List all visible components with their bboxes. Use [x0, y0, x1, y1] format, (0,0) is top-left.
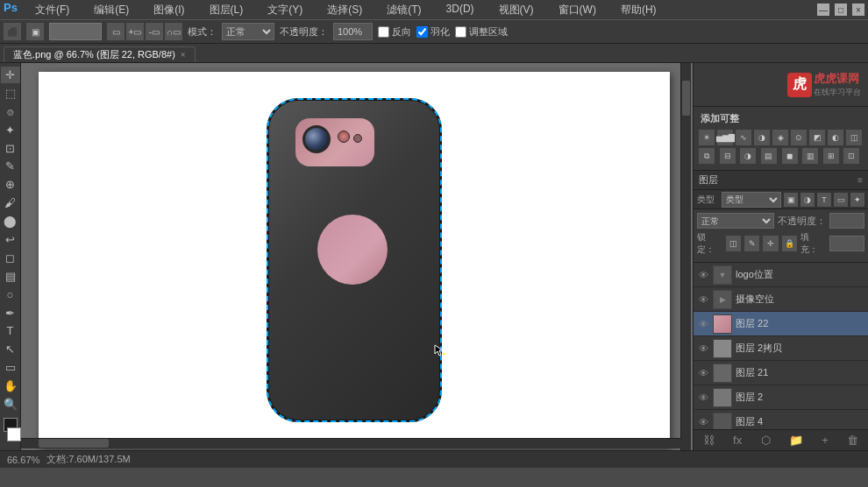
- brightness-adj[interactable]: ☀: [699, 130, 715, 145]
- new-layer-btn[interactable]: +: [822, 434, 829, 447]
- stamp-tool[interactable]: ⬤: [1, 213, 20, 229]
- menu-file[interactable]: 文件(F): [28, 1, 76, 19]
- minimize-button[interactable]: —: [817, 4, 829, 16]
- gradient-tool[interactable]: ▤: [1, 268, 20, 285]
- threshold-adj[interactable]: ◼: [782, 148, 798, 164]
- lock-all-icon[interactable]: 🔒: [782, 236, 797, 251]
- fill-ctrl-input[interactable]: 100%: [829, 236, 864, 251]
- channel-mixer-adj[interactable]: ⧉: [699, 148, 715, 164]
- maximize-button[interactable]: □: [835, 4, 847, 16]
- menu-text[interactable]: 文字(Y): [260, 1, 309, 19]
- fill-checkbox[interactable]: [455, 26, 466, 38]
- doc-tab-active[interactable]: 蓝色.png @ 66.7% (图层 22, RGB/8#) ×: [4, 46, 196, 62]
- hand-tool[interactable]: ✋: [1, 378, 20, 394]
- layer-item-4[interactable]: 👁 图层 4: [694, 410, 868, 429]
- layer-item-21[interactable]: 👁 图层 21: [694, 361, 868, 385]
- posterize-adj[interactable]: ▤: [761, 148, 777, 164]
- sub-option[interactable]: -▭: [146, 23, 163, 40]
- h-scrollbar-thumb[interactable]: [39, 439, 109, 448]
- opacity-ctrl-input[interactable]: 100%: [829, 213, 864, 229]
- lasso-tool[interactable]: ⌾: [1, 103, 20, 120]
- invert-adj[interactable]: ◑: [740, 148, 756, 164]
- layer-item-camera[interactable]: 👁 ▶ 摄像空位: [694, 287, 868, 312]
- lock-transparent-icon[interactable]: ◫: [726, 236, 741, 251]
- vertical-scrollbar[interactable]: [680, 63, 691, 450]
- opacity-input[interactable]: [333, 23, 373, 40]
- background-color[interactable]: [7, 427, 21, 441]
- lock-pixel-icon[interactable]: ✎: [744, 236, 759, 251]
- path-select-tool[interactable]: ↖: [1, 341, 20, 357]
- healing-tool[interactable]: ⊕: [1, 176, 20, 193]
- layer-item-logo[interactable]: 👁 ▼ logo位置: [694, 263, 868, 287]
- layer-eye-21[interactable]: 👁: [697, 368, 709, 378]
- filter-smart-icon[interactable]: ✦: [850, 193, 864, 207]
- horizontal-scrollbar[interactable]: [21, 438, 682, 448]
- hue-adj[interactable]: ⊙: [791, 130, 807, 145]
- exposure-adj[interactable]: ◑: [754, 130, 770, 145]
- add-style-btn[interactable]: fx: [733, 434, 742, 447]
- brush-tool[interactable]: 🖌: [1, 194, 20, 211]
- menu-select[interactable]: 选择(S): [320, 1, 369, 19]
- menu-image[interactable]: 图像(I): [146, 1, 191, 19]
- lock-position-icon[interactable]: ✛: [763, 236, 778, 251]
- crop-tool[interactable]: ⊡: [1, 140, 20, 157]
- add-mask-btn[interactable]: ⬡: [761, 434, 771, 447]
- move-tool[interactable]: ✛: [1, 67, 20, 83]
- levels-adj[interactable]: ▅▆▇: [717, 130, 733, 145]
- magic-wand-tool[interactable]: ✦: [1, 122, 20, 138]
- color-balance-adj[interactable]: ◩: [809, 130, 825, 145]
- photo-filter-adj[interactable]: ◫: [846, 130, 862, 145]
- delete-layer-btn[interactable]: 🗑: [847, 434, 858, 447]
- layer-eye-2[interactable]: 👁: [697, 392, 709, 403]
- filter-shape-icon[interactable]: ▭: [834, 193, 848, 207]
- anti-alias-checkbox[interactable]: [378, 26, 389, 38]
- bw-adj[interactable]: ◐: [828, 130, 843, 145]
- pen-tool[interactable]: ✒: [1, 305, 20, 321]
- pattern-adj[interactable]: ⊡: [843, 148, 859, 164]
- menu-layer[interactable]: 图层(L): [203, 1, 251, 19]
- menu-help[interactable]: 帮助(H): [614, 1, 664, 19]
- menu-3d[interactable]: 3D(D): [439, 1, 481, 19]
- tool-preset-icon[interactable]: ▣: [26, 23, 44, 40]
- layer-eye-4[interactable]: 👁: [697, 417, 709, 427]
- rect-select-tool[interactable]: ⬚: [1, 85, 20, 102]
- zoom-tool[interactable]: 🔍: [1, 396, 20, 413]
- selective-color-adj[interactable]: ⊞: [823, 148, 839, 164]
- tab-close-button[interactable]: ×: [181, 50, 186, 60]
- menu-edit[interactable]: 编辑(E): [87, 1, 136, 19]
- vibrance-adj[interactable]: ◈: [772, 130, 788, 145]
- filter-type-select[interactable]: 类型: [722, 192, 781, 208]
- dodge-tool[interactable]: ○: [1, 286, 20, 303]
- new-group-btn[interactable]: 📁: [789, 434, 803, 447]
- tool-options-icon[interactable]: ⬛: [4, 23, 21, 40]
- layer-item-22[interactable]: 👁 图层 22: [694, 312, 868, 336]
- filter-pixel-icon[interactable]: ▣: [784, 193, 798, 207]
- add-option[interactable]: +▭: [126, 23, 144, 40]
- menu-view[interactable]: 视图(V): [492, 1, 541, 19]
- blend-mode-select[interactable]: 正常: [222, 23, 274, 40]
- filter-text-icon[interactable]: T: [817, 193, 831, 207]
- text-tool[interactable]: T: [1, 322, 20, 339]
- intersect-option[interactable]: ∩▭: [165, 23, 182, 40]
- layer-item-2[interactable]: 👁 图层 2: [694, 385, 868, 410]
- menu-window[interactable]: 窗口(W): [551, 1, 603, 19]
- feather-checkbox[interactable]: [416, 26, 428, 38]
- layer-eye-camera[interactable]: 👁: [697, 294, 709, 305]
- filter-adj-icon[interactable]: ◑: [800, 193, 815, 207]
- history-brush-tool[interactable]: ↩: [1, 231, 20, 248]
- layer-blend-mode[interactable]: 正常: [697, 213, 774, 229]
- close-button[interactable]: ×: [852, 4, 864, 16]
- shape-tool[interactable]: ▭: [1, 359, 20, 376]
- scrollbar-thumb[interactable]: [682, 81, 690, 116]
- menu-filter[interactable]: 滤镜(T): [380, 1, 428, 19]
- color-lookup-adj[interactable]: ⊟: [720, 148, 736, 164]
- canvas-area[interactable]: [21, 63, 693, 450]
- eyedropper-tool[interactable]: ✎: [1, 158, 20, 174]
- layers-options-icon[interactable]: ≡: [857, 175, 863, 185]
- layer-eye-2copy[interactable]: 👁: [697, 343, 709, 354]
- layer-eye-logo[interactable]: 👁: [697, 270, 709, 280]
- eraser-tool[interactable]: ◻: [1, 250, 20, 266]
- link-layers-btn[interactable]: ⛓: [703, 434, 715, 447]
- layer-eye-22[interactable]: 👁: [697, 319, 709, 329]
- rect-option[interactable]: ▭: [107, 23, 125, 40]
